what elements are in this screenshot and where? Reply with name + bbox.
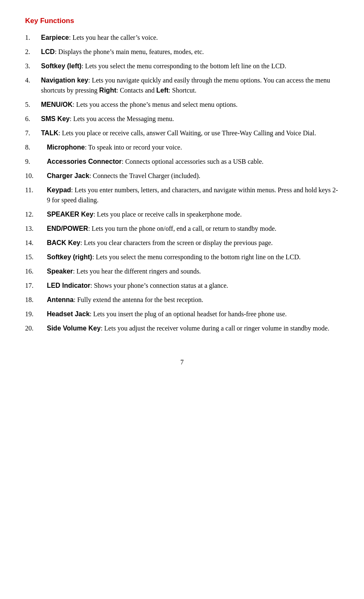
item-text: : Connects the Travel Charger (included)… <box>89 172 200 179</box>
item-text: : Lets you adjust the receiver volume du… <box>101 325 330 332</box>
list-item: 14. BACK Key: Lets you clear characters … <box>25 238 339 248</box>
item-inline-keyword: Right <box>99 87 116 94</box>
item-inline-keyword: Left <box>156 87 169 94</box>
item-content: Keypad: Lets you enter numbers, letters,… <box>47 185 339 205</box>
page-title: Key Functions <box>25 17 339 25</box>
item-number: 8. <box>25 142 47 152</box>
list-item: 17. LED Indicator: Shows your phone’s co… <box>25 281 339 291</box>
item-number: 12. <box>25 209 47 219</box>
key-functions-list: 1. Earpiece: Lets you hear the caller’s … <box>25 33 339 333</box>
item-text: : Lets you access the Messaging menu. <box>69 115 174 122</box>
item-keyword: MENU/OK <box>41 101 73 108</box>
item-content: SMS Key: Lets you access the Messaging m… <box>41 114 339 124</box>
item-content: MENU/OK: Lets you access the phone’s men… <box>41 100 339 110</box>
list-item: 13. END/POWER: Lets you turn the phone o… <box>25 224 339 234</box>
item-number: 19. <box>25 309 47 319</box>
item-text: : Shows your phone’s connection status a… <box>90 282 228 289</box>
item-text: : Lets you hear the caller’s voice. <box>69 34 158 41</box>
list-item: 6. SMS Key: Lets you access the Messagin… <box>25 114 339 124</box>
list-item: 16. Speaker: Lets you hear the different… <box>25 266 339 276</box>
list-item: 9. Accessories Connector: Connects optio… <box>25 157 339 167</box>
item-number: 18. <box>25 295 47 305</box>
list-item: 5. MENU/OK: Lets you access the phone’s … <box>25 100 339 110</box>
item-content: Earpiece: Lets you hear the caller’s voi… <box>41 33 339 43</box>
item-content: Navigation key: Lets you navigate quickl… <box>41 75 339 96</box>
item-keyword: Keypad <box>47 186 71 194</box>
item-content: Antenna: Fully extend the antenna for th… <box>47 295 339 305</box>
item-content: LCD: Displays the phone’s main menu, fea… <box>41 47 339 57</box>
item-content: BACK Key: Lets you clear characters from… <box>47 238 339 248</box>
item-keyword: Antenna <box>47 296 74 303</box>
item-number: 3. <box>25 61 41 71</box>
item-text: : Lets you hear the different ringers an… <box>73 268 201 275</box>
item-number: 20. <box>25 323 47 333</box>
item-keyword: TALK <box>41 129 58 137</box>
item-text: : Shortcut. <box>169 87 197 94</box>
item-keyword: Charger Jack <box>47 172 89 179</box>
item-number: 16. <box>25 266 47 276</box>
item-keyword: LCD <box>41 48 55 55</box>
list-item: 7. TALK: Lets you place or receive calls… <box>25 128 339 138</box>
list-item: 18. Antenna: Fully extend the antenna fo… <box>25 295 339 305</box>
item-text: : Lets you place or receive calls in spe… <box>93 211 242 218</box>
item-number: 14. <box>25 238 47 248</box>
item-number: 5. <box>25 100 41 110</box>
item-text: : Displays the phone’s main menu, featur… <box>55 48 204 55</box>
list-item: 10. Charger Jack: Connects the Travel Ch… <box>25 171 339 181</box>
item-number: 10. <box>25 171 47 181</box>
list-item: 2. LCD: Displays the phone’s main menu, … <box>25 47 339 57</box>
item-text: : Contacts and <box>116 87 156 94</box>
item-keyword: Side Volume Key <box>47 325 101 332</box>
item-keyword: Softkey (left) <box>41 62 82 70</box>
item-keyword: SMS Key <box>41 115 69 122</box>
item-number: 6. <box>25 114 41 124</box>
item-keyword: END/POWER <box>47 225 88 232</box>
item-content: Microphone: To speak into or record your… <box>47 142 339 152</box>
item-text: : Lets you place or receive calls, answe… <box>58 129 316 137</box>
item-text: : Fully extend the antenna for the best … <box>74 296 203 303</box>
list-item: 15. Softkey (right): Lets you select the… <box>25 252 339 262</box>
item-content: SPEAKER Key: Lets you place or receive c… <box>47 209 339 219</box>
item-content: TALK: Lets you place or receive calls, a… <box>41 128 339 138</box>
list-item: 20. Side Volume Key: Lets you adjust the… <box>25 323 339 333</box>
item-number: 17. <box>25 281 47 291</box>
item-number: 7. <box>25 128 41 138</box>
item-text: : Connects optional accessories such as … <box>122 158 264 165</box>
item-text: : Lets you access the phone’s menus and … <box>73 101 238 108</box>
page-number: 7 <box>25 359 339 366</box>
item-keyword: Microphone <box>47 144 85 151</box>
item-number: 9. <box>25 157 47 167</box>
item-content: Charger Jack: Connects the Travel Charge… <box>47 171 339 181</box>
item-content: Accessories Connector: Connects optional… <box>47 157 339 167</box>
item-text: : Lets you turn the phone on/off, end a … <box>88 225 277 232</box>
item-keyword: Speaker <box>47 268 73 275</box>
item-content: Softkey (right): Lets you select the men… <box>47 252 339 262</box>
item-content: Side Volume Key: Lets you adjust the rec… <box>47 323 339 333</box>
item-text: : Lets you insert the plug of an optiona… <box>90 310 287 318</box>
item-text: : Lets you select the menu corresponding… <box>82 62 286 70</box>
item-number: 15. <box>25 252 47 262</box>
item-keyword: Earpiece <box>41 34 69 41</box>
item-keyword: Accessories Connector <box>47 158 122 165</box>
list-item: 8. Microphone: To speak into or record y… <box>25 142 339 152</box>
item-number: 2. <box>25 47 41 57</box>
list-item: 1. Earpiece: Lets you hear the caller’s … <box>25 33 339 43</box>
item-keyword: BACK Key <box>47 239 80 246</box>
item-keyword: Navigation key <box>41 77 88 84</box>
item-keyword: Softkey (right) <box>47 253 92 261</box>
item-content: Speaker: Lets you hear the different rin… <box>47 266 339 276</box>
item-content: LED Indicator: Shows your phone’s connec… <box>47 281 339 291</box>
item-number: 13. <box>25 224 47 234</box>
list-item: 4. Navigation key: Lets you navigate qui… <box>25 75 339 96</box>
item-number: 11. <box>25 185 47 205</box>
list-item: 12. SPEAKER Key: Lets you place or recei… <box>25 209 339 219</box>
item-text: : Lets you enter numbers, letters, and c… <box>47 186 338 204</box>
item-number: 1. <box>25 33 41 43</box>
item-content: Headset Jack: Lets you insert the plug o… <box>47 309 339 319</box>
item-text: : Lets you clear characters from the scr… <box>80 239 273 246</box>
list-item: 19. Headset Jack: Lets you insert the pl… <box>25 309 339 319</box>
item-keyword: LED Indicator <box>47 282 90 289</box>
item-text: : To speak into or record your voice. <box>85 144 182 151</box>
item-content: END/POWER: Lets you turn the phone on/of… <box>47 224 339 234</box>
item-content: Softkey (left): Lets you select the menu… <box>41 61 339 71</box>
